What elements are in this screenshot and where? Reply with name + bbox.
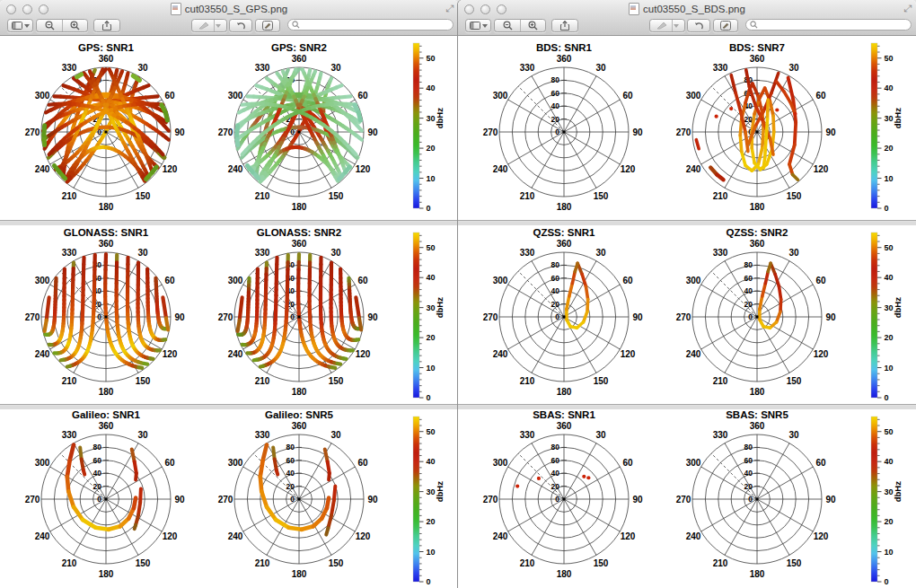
- document-icon: [629, 3, 639, 15]
- azimuth-label: 330: [255, 248, 270, 258]
- data-dot: [586, 476, 590, 479]
- sidebar-toggle-button[interactable]: [465, 19, 491, 32]
- plot-glonass-snr2: 8060402003603060901201501802102402703003…: [218, 227, 378, 397]
- azimuth-label: 330: [520, 63, 535, 73]
- zoom-out-button[interactable]: [495, 20, 520, 31]
- elevation-label: 20: [744, 300, 753, 309]
- colorbar-gradient: [413, 43, 419, 208]
- elevation-label: 20: [551, 300, 560, 309]
- close-button[interactable]: [464, 4, 474, 14]
- azimuth-label: 240: [686, 349, 701, 359]
- close-button[interactable]: [6, 4, 16, 14]
- elevation-label: 0: [97, 495, 101, 504]
- azimuth-label: 90: [632, 495, 643, 505]
- fullscreen-icon[interactable]: ⤢: [445, 3, 454, 14]
- minimize-button[interactable]: [22, 4, 32, 14]
- colorbar-tick-label: 10: [427, 548, 436, 557]
- colorbar-tick-label: 10: [885, 364, 894, 373]
- azimuth-label: 60: [164, 458, 175, 468]
- minimize-button[interactable]: [480, 4, 490, 14]
- center-marker: [105, 316, 108, 319]
- search-input[interactable]: [300, 20, 449, 31]
- plot-bds-snr1: 8060402003603060901201501802102402703003…: [483, 42, 643, 212]
- azimuth-label: 270: [25, 127, 40, 137]
- azimuth-label: 300: [35, 276, 50, 285]
- markup-pen-button[interactable]: [649, 19, 685, 32]
- azimuth-label: 240: [35, 531, 50, 541]
- titlebar[interactable]: cut03550_S_BDS.png ⤢: [458, 0, 916, 18]
- zoom-out-icon: [503, 21, 513, 31]
- colorbar-tick-label: 20: [885, 517, 894, 526]
- azimuth-label: 270: [218, 127, 233, 137]
- elevation-label: 40: [744, 286, 753, 295]
- zoom-out-button[interactable]: [37, 20, 62, 31]
- colorbar-tick-label: 40: [885, 273, 894, 282]
- center-marker: [756, 316, 759, 319]
- zoom-button[interactable]: [497, 4, 506, 14]
- azimuth-label: 120: [356, 349, 371, 359]
- colorbar-tick-label: 0: [427, 393, 431, 402]
- elevation-label: 20: [286, 482, 295, 491]
- azimuth-label: 120: [163, 349, 178, 359]
- azimuth-label: 150: [329, 191, 344, 201]
- elevation-label: 60: [744, 274, 753, 283]
- azimuth-label: 240: [493, 349, 508, 359]
- elevation-label: 40: [551, 286, 560, 295]
- center-marker: [563, 316, 566, 319]
- plot-bds-snr7: 8060402003603060901201501802102402703003…: [676, 42, 836, 212]
- search-input[interactable]: [758, 20, 907, 31]
- search-field[interactable]: [287, 19, 454, 31]
- image-view-gps[interactable]: 8060402003603060901201501802102402703003…: [0, 36, 458, 588]
- sidebar-toggle-icon: [12, 22, 22, 30]
- rotate-left-button[interactable]: [229, 19, 252, 32]
- plot-title: SBAS: SNR1: [533, 409, 595, 420]
- azimuth-label: 240: [35, 349, 50, 359]
- azimuth-label: 150: [329, 558, 344, 568]
- azimuth-label: 360: [557, 239, 572, 249]
- azimuth-label: 180: [99, 569, 114, 579]
- share-button[interactable]: [551, 19, 578, 32]
- colorbar: 01020304050dbHz: [413, 233, 445, 402]
- azimuth-label: 120: [814, 349, 829, 359]
- azimuth-label: 210: [520, 376, 535, 386]
- sidebar-toggle-button[interactable]: [7, 19, 33, 32]
- image-view-bds[interactable]: 8060402003603060901201501802102402703003…: [458, 36, 916, 588]
- azimuth-label: 210: [713, 558, 728, 568]
- fullscreen-icon[interactable]: ⤢: [903, 3, 912, 14]
- elevation-label: 40: [286, 469, 295, 478]
- elevation-label: 0: [555, 312, 559, 321]
- zoom-button[interactable]: [39, 4, 48, 14]
- edit-markup-button[interactable]: [255, 19, 280, 32]
- azimuth-label: 210: [713, 376, 728, 386]
- search-icon: [292, 21, 300, 29]
- azimuth-label: 360: [292, 239, 307, 249]
- azimuth-label: 360: [99, 239, 114, 249]
- edit-markup-button[interactable]: [713, 19, 738, 32]
- azimuth-label: 30: [137, 248, 148, 258]
- elevation-label: 40: [93, 469, 102, 478]
- azimuth-label: 150: [787, 376, 802, 386]
- azimuth-label: 90: [825, 495, 836, 505]
- center-marker: [298, 316, 301, 319]
- colorbar-unit-label: dbHz: [435, 297, 445, 318]
- azimuth-label: 300: [35, 91, 50, 101]
- zoom-in-button[interactable]: [62, 20, 87, 31]
- rotate-left-icon: [236, 21, 246, 31]
- center-marker: [105, 131, 108, 134]
- page-separator: [458, 220, 916, 221]
- rotate-left-button[interactable]: [687, 19, 710, 32]
- azimuth-label: 90: [174, 312, 185, 322]
- zoom-in-button[interactable]: [520, 20, 545, 31]
- titlebar[interactable]: cut03550_S_GPS.png ⤢: [0, 0, 458, 18]
- search-field[interactable]: [745, 19, 912, 31]
- share-button[interactable]: [93, 19, 120, 32]
- plot-title: Galileo: SNR5: [265, 409, 334, 420]
- azimuth-label: 60: [357, 276, 368, 285]
- toolbar: [0, 18, 458, 35]
- colorbar-tick-label: 10: [885, 548, 894, 557]
- elevation-label: 40: [744, 469, 753, 478]
- markup-pen-button[interactable]: [191, 19, 227, 32]
- colorbar-tick-label: 10: [427, 364, 436, 373]
- azimuth-label: 330: [255, 63, 270, 73]
- azimuth-label: 150: [594, 191, 609, 201]
